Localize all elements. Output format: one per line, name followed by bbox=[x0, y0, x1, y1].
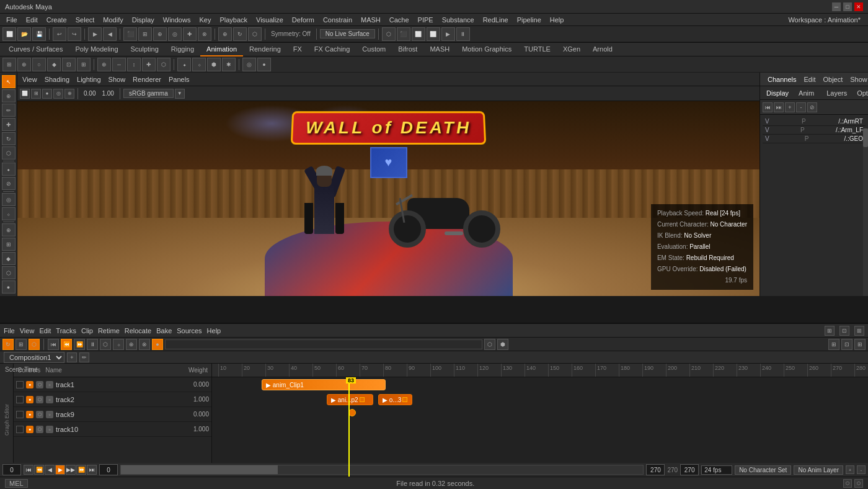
vp-tb-1[interactable]: ⬜ bbox=[20, 89, 30, 99]
te-tb-7[interactable]: ⏸ bbox=[87, 339, 98, 350]
tb-new[interactable]: ⬜ bbox=[2, 27, 16, 41]
pb-play-fwd[interactable]: ▶▶ bbox=[66, 465, 76, 475]
menu-windows[interactable]: Windows bbox=[159, 14, 195, 26]
vp-show[interactable]: Show bbox=[108, 76, 126, 83]
tool-softmod[interactable]: ◎ bbox=[2, 193, 16, 206]
pb-go-end[interactable]: ⏭ bbox=[87, 465, 97, 475]
te-menu-edit[interactable]: Edit bbox=[39, 327, 51, 334]
channel-scrollbar[interactable] bbox=[863, 128, 868, 296]
show-tab[interactable]: Show bbox=[846, 74, 868, 84]
tab-animation[interactable]: Animation bbox=[200, 43, 243, 56]
anim-tb-key2[interactable]: ⬦ bbox=[192, 58, 206, 71]
tab-bifrost[interactable]: Bifrost bbox=[392, 43, 423, 56]
menu-display[interactable]: Display bbox=[128, 14, 158, 26]
menu-cache[interactable]: Cache bbox=[386, 14, 413, 26]
tb-extra-4[interactable]: ⬜ bbox=[427, 27, 440, 41]
tab-curves-surfaces[interactable]: Curves / Surfaces bbox=[2, 43, 69, 56]
clips-area[interactable]: ▶ anim_Clip1 ▶ ani...p2 ▶ o...3 bbox=[212, 377, 868, 477]
options-tab[interactable]: Options bbox=[853, 88, 868, 98]
anim-tb-10[interactable]: ✚ bbox=[142, 58, 156, 71]
status-btn-2[interactable]: ⬡ bbox=[854, 479, 863, 488]
tb-grid[interactable]: ⊞ bbox=[138, 27, 152, 41]
te-menu-retime[interactable]: Retime bbox=[98, 327, 120, 334]
te-extra-btn-3[interactable]: ⊞ bbox=[854, 339, 866, 350]
anim-tb-5[interactable]: ⊡ bbox=[62, 58, 76, 71]
menu-redline[interactable]: RedLine bbox=[479, 14, 512, 26]
track-check-2[interactable] bbox=[16, 396, 24, 403]
vp-panels[interactable]: Panels bbox=[169, 76, 190, 83]
minimize-btn[interactable]: ─ bbox=[832, 2, 841, 11]
te-menu-file[interactable]: File bbox=[4, 327, 15, 334]
tb-extra-5[interactable]: ▶ bbox=[441, 27, 455, 41]
tool-sculpt[interactable]: ⬦ bbox=[2, 207, 16, 220]
window-controls[interactable]: ─ □ ✕ bbox=[832, 2, 863, 11]
pb-step-fwd[interactable]: ⏩ bbox=[76, 465, 86, 475]
tb-snap2[interactable]: ◎ bbox=[168, 27, 182, 41]
comp-edit[interactable]: ✏ bbox=[79, 352, 89, 362]
te-tb-11[interactable]: ⊗ bbox=[139, 339, 150, 350]
vp-color-mode[interactable]: sRGB gamma bbox=[123, 89, 174, 98]
cb-item-1[interactable]: V P /.:ArmRT bbox=[763, 117, 866, 126]
tool-manip2[interactable]: ⊞ bbox=[2, 238, 16, 251]
tool-select[interactable]: ↖ bbox=[2, 75, 16, 88]
te-menu-relocate[interactable]: Relocate bbox=[125, 327, 151, 334]
menu-edit[interactable]: Edit bbox=[22, 14, 42, 26]
clip-ani-p2[interactable]: ▶ ani...p2 bbox=[327, 394, 373, 405]
vp-tb-2[interactable]: ⊞ bbox=[31, 89, 41, 99]
te-menu-tracks[interactable]: Tracks bbox=[56, 327, 76, 334]
timeline-zoom-out[interactable]: - bbox=[857, 465, 866, 474]
playback-end[interactable] bbox=[680, 464, 699, 475]
track-check-4[interactable] bbox=[16, 426, 24, 433]
menu-mash[interactable]: MASH bbox=[357, 14, 384, 26]
cb-item-2[interactable]: V P /.:Arm_LF bbox=[763, 126, 866, 135]
channels-tab[interactable]: Channels bbox=[764, 74, 800, 84]
anim-tb-key3[interactable]: ⬢ bbox=[207, 58, 221, 71]
tab-custom[interactable]: Custom bbox=[356, 43, 392, 56]
pb-go-start[interactable]: ⏮ bbox=[24, 465, 33, 475]
menu-select[interactable]: Select bbox=[72, 14, 99, 26]
pb-play[interactable]: ▶ bbox=[55, 465, 65, 475]
te-tb-12[interactable]: ● bbox=[152, 339, 163, 350]
tb-extra-3[interactable]: ⬜ bbox=[412, 27, 425, 41]
track-check-3[interactable] bbox=[16, 411, 24, 418]
composition-selector[interactable]: Composition1 bbox=[4, 352, 64, 363]
pb-play-back[interactable]: ◀ bbox=[45, 465, 55, 475]
display-tab[interactable]: Display bbox=[763, 88, 792, 98]
maximize-btn[interactable]: □ bbox=[843, 2, 852, 11]
tab-rigging[interactable]: Rigging bbox=[165, 43, 200, 56]
tb-ipr[interactable]: ◀ bbox=[103, 27, 117, 41]
te-extra-1[interactable]: ⊞ bbox=[825, 326, 835, 336]
tab-arnold[interactable]: Arnold bbox=[587, 43, 619, 56]
tool-tangent[interactable]: ⊘ bbox=[2, 177, 16, 190]
tab-motion-graphics[interactable]: Motion Graphics bbox=[456, 43, 518, 56]
tool-move[interactable]: ✚ bbox=[2, 118, 16, 131]
menu-create[interactable]: Create bbox=[43, 14, 71, 26]
tb-open[interactable]: 📂 bbox=[17, 27, 31, 41]
menu-deform[interactable]: Deform bbox=[288, 14, 318, 26]
range-end[interactable] bbox=[646, 464, 665, 475]
te-extra-3[interactable]: ⊞ bbox=[854, 326, 864, 336]
no-anim-layer[interactable]: No Anim Layer bbox=[794, 465, 843, 475]
close-btn[interactable]: ✕ bbox=[854, 2, 863, 11]
te-mute[interactable]: ⬡ bbox=[484, 339, 495, 350]
no-char-set[interactable]: No Character Set bbox=[735, 465, 791, 475]
menu-pipe[interactable]: PIPE bbox=[414, 14, 437, 26]
pb-step-back[interactable]: ⏪ bbox=[34, 465, 44, 475]
layers-tab[interactable]: Layers bbox=[823, 88, 851, 98]
te-extra-2[interactable]: ⊡ bbox=[839, 326, 849, 336]
te-extra-btn-2[interactable]: ⊡ bbox=[841, 339, 852, 350]
te-solo[interactable]: ⬢ bbox=[497, 339, 508, 350]
object-tab[interactable]: Object bbox=[819, 74, 846, 84]
anim-prev-key[interactable]: ⏮ bbox=[763, 102, 773, 112]
menu-constrain[interactable]: Constrain bbox=[319, 14, 356, 26]
tb-snap3[interactable]: ✚ bbox=[183, 27, 197, 41]
tb-save[interactable]: 💾 bbox=[32, 27, 46, 41]
tab-fx-caching[interactable]: FX Caching bbox=[308, 43, 356, 56]
te-tb-8[interactable]: ⬡ bbox=[100, 339, 111, 350]
anim-add-key[interactable]: + bbox=[785, 102, 795, 112]
anim-tb-9[interactable]: ↕ bbox=[127, 58, 141, 71]
anim-tb-ghost1[interactable]: ◎ bbox=[242, 58, 256, 71]
edit-tab[interactable]: Edit bbox=[800, 74, 819, 84]
tool-paint[interactable]: ✏ bbox=[2, 104, 16, 117]
anim-del-key[interactable]: - bbox=[796, 102, 806, 112]
